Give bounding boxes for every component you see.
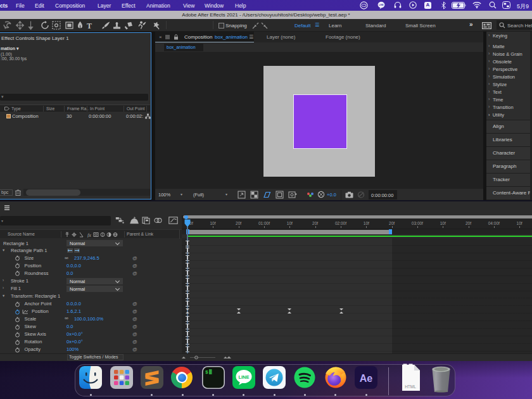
svg-text:LINE: LINE — [238, 374, 249, 380]
svg-text:Ae: Ae — [360, 373, 373, 384]
svg-text:$: $ — [205, 369, 208, 375]
svg-text:HTML: HTML — [405, 384, 416, 389]
